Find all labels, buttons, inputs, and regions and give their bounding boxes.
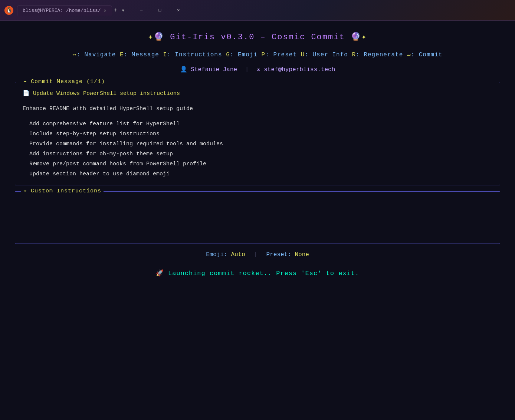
key-regenerate: R: [352, 52, 356, 58]
emoji-label: Emoji:: [206, 251, 227, 258]
title-app-name: Git-Iris v0.3.0 – Cosmic Commit: [170, 33, 345, 42]
instructions-panel-content[interactable]: [15, 192, 500, 244]
rocket-icon: 🚀: [156, 270, 164, 277]
user-email: stef@hyperbliss.tech: [264, 66, 335, 73]
title-sparkle-right: 🔮✦: [345, 33, 367, 42]
key-emoji: G: [226, 52, 230, 58]
bullet-3: – Provide commands for installing requir…: [23, 139, 492, 149]
close-button[interactable]: ✕: [170, 4, 187, 16]
key-instructions: I: [163, 52, 167, 58]
bullet-2: – Include step-by-step setup instruction…: [23, 129, 492, 139]
action-emoji: : Emoji: [230, 52, 258, 58]
user-separator: |: [245, 66, 252, 73]
preset-value: None: [295, 251, 309, 258]
commit-message-panel: ✦ Commit Message (1/1) 📄 Update Windows …: [15, 82, 500, 185]
bullet-6: – Update section header to use diamond e…: [23, 169, 492, 179]
key-message: E: [120, 52, 124, 58]
instructions-panel-label: ✧ Custom Instructions: [21, 187, 104, 194]
action-userinfo: : User Info: [305, 52, 348, 58]
status-separator: |: [254, 251, 261, 258]
bullet-4: – Add instructions for oh-my-posh theme …: [23, 149, 492, 159]
tab-title: bliss@HYPERIA: /home/bliss/: [23, 8, 101, 13]
terminal-tab[interactable]: bliss@HYPERIA: /home/bliss/ ✕: [17, 5, 112, 16]
launch-text: Launching commit rocket.. Press 'Esc' to…: [168, 270, 359, 277]
commit-body: Enhance README with detailed HyperShell …: [23, 104, 492, 179]
preset-label: Preset:: [266, 251, 291, 258]
title-sparkle-left: ✦🔮: [148, 33, 170, 42]
commit-panel-label: ✦ Commit Message (1/1): [21, 78, 107, 85]
window-controls: ─ □ ✕: [133, 4, 187, 16]
bullet-1: – Add comprehensive feature list for Hyp…: [23, 119, 492, 129]
commit-subject: 📄 Update Windows PowerShell setup instru…: [23, 89, 492, 99]
minimize-button[interactable]: ─: [133, 4, 150, 16]
status-bar: Emoji: Auto | Preset: None: [15, 251, 500, 258]
action-message: : Message: [124, 52, 159, 58]
commit-summary: Enhance README with detailed HyperShell …: [23, 104, 492, 114]
user-name: Stefanie Jane: [191, 66, 237, 73]
terminal-icon: 🐧: [4, 6, 13, 15]
emoji-value: Auto: [231, 251, 245, 258]
action-navigate: : Navigate: [76, 52, 116, 58]
launch-message: 🚀 Launching commit rocket.. Press 'Esc' …: [15, 269, 500, 277]
key-userinfo: U: [301, 52, 305, 58]
user-icon: 👤: [180, 66, 191, 73]
dropdown-button[interactable]: ▾: [119, 7, 127, 14]
maximize-button[interactable]: □: [151, 4, 168, 16]
key-preset: P: [262, 52, 266, 58]
keybindings-bar: ↔: Navigate E: Message I: Instructions G…: [15, 51, 500, 58]
key-navigate: ↔: [73, 52, 77, 58]
app-title: ✦🔮 Git-Iris v0.3.0 – Cosmic Commit 🔮✦: [15, 32, 500, 42]
action-instructions: : Instructions: [167, 52, 222, 58]
action-commit: : Commit: [411, 52, 443, 58]
key-commit: ↵: [407, 52, 411, 58]
tab-close-button[interactable]: ✕: [104, 8, 106, 13]
action-preset: : Preset: [265, 52, 297, 58]
terminal-body: ✦🔮 Git-Iris v0.3.0 – Cosmic Commit 🔮✦ ↔:…: [0, 21, 515, 420]
bullet-5: – Remove pre/post command hooks from Pow…: [23, 159, 492, 169]
user-info-bar: 👤 Stefanie Jane | ✉ stef@hyperbliss.tech: [15, 66, 500, 73]
commit-subject-icon: 📄: [23, 90, 33, 97]
custom-instructions-panel: ✧ Custom Instructions: [15, 191, 500, 244]
email-icon: ✉: [257, 66, 264, 73]
action-regenerate: : Regenerate: [356, 52, 403, 58]
titlebar: 🐧 bliss@HYPERIA: /home/bliss/ ✕ + ▾ ─ □ …: [0, 0, 515, 21]
new-tab-button[interactable]: +: [112, 7, 119, 14]
commit-panel-content[interactable]: 📄 Update Windows PowerShell setup instru…: [15, 82, 500, 185]
